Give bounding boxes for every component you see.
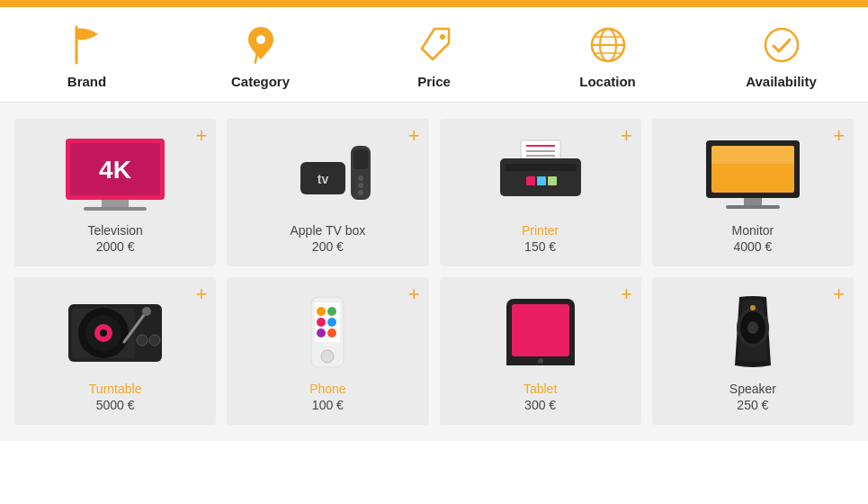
svg-point-50 bbox=[317, 318, 326, 327]
svg-rect-29 bbox=[537, 176, 546, 185]
card-title-monitor: Monitor bbox=[732, 223, 774, 238]
svg-point-9 bbox=[765, 29, 798, 61]
filter-location-label: Location bbox=[579, 74, 636, 89]
svg-text:4K: 4K bbox=[99, 156, 131, 184]
card-image-phone bbox=[269, 292, 386, 373]
svg-point-19 bbox=[358, 176, 363, 181]
svg-point-3 bbox=[440, 34, 445, 40]
card-plus-tablet[interactable]: + bbox=[621, 284, 632, 304]
filter-category-label: Category bbox=[231, 74, 290, 89]
svg-rect-56 bbox=[512, 304, 569, 356]
product-grid: + 4K Television 2000 € + tv bbox=[14, 119, 854, 425]
card-title-phone: Phone bbox=[309, 382, 345, 396]
card-price-monitor: 4000 € bbox=[733, 239, 772, 254]
card-plus-phone[interactable]: + bbox=[408, 284, 420, 304]
card-apple-tv-box[interactable]: + tv Apple TV box 200 € bbox=[227, 119, 428, 266]
svg-rect-13 bbox=[102, 200, 129, 207]
card-turntable[interactable]: + Turnta bbox=[14, 277, 216, 425]
card-price-phone: 100 € bbox=[312, 398, 344, 412]
flag-icon bbox=[66, 23, 109, 67]
svg-rect-18 bbox=[353, 149, 368, 169]
filter-bar: Brand Category Price bbox=[0, 7, 868, 103]
svg-point-62 bbox=[747, 321, 758, 334]
svg-rect-14 bbox=[84, 207, 147, 211]
globe-icon bbox=[586, 23, 630, 67]
check-circle-icon bbox=[760, 23, 803, 67]
grid-section: + 4K Television 2000 € + tv bbox=[0, 103, 868, 441]
filter-availability-label: Availability bbox=[746, 74, 817, 89]
svg-rect-34 bbox=[744, 198, 762, 205]
card-television[interactable]: + 4K Television 2000 € bbox=[14, 119, 216, 266]
svg-rect-30 bbox=[548, 176, 557, 185]
top-bar bbox=[0, 0, 868, 7]
pin-icon bbox=[239, 23, 282, 67]
card-phone[interactable]: + Phone 100 € bbox=[227, 277, 428, 425]
card-image-turntable bbox=[57, 292, 174, 373]
card-image-printer bbox=[482, 133, 599, 214]
card-plus-television[interactable]: + bbox=[195, 126, 207, 146]
card-printer[interactable]: + Printer 150 € bbox=[440, 119, 641, 266]
svg-point-44 bbox=[137, 335, 148, 346]
filter-brand-label: Brand bbox=[67, 74, 106, 89]
svg-point-52 bbox=[317, 328, 326, 338]
svg-point-53 bbox=[327, 328, 336, 338]
card-price-speaker: 250 € bbox=[737, 398, 768, 412]
card-image-apple-tv-box: tv bbox=[269, 133, 386, 214]
filter-location[interactable]: Location bbox=[554, 23, 662, 89]
svg-point-41 bbox=[100, 329, 107, 337]
card-image-television: 4K bbox=[57, 133, 174, 214]
svg-text:tv: tv bbox=[318, 172, 329, 186]
card-price-apple-tv-box: 200 € bbox=[312, 239, 344, 254]
filter-category[interactable]: Category bbox=[207, 23, 315, 89]
card-plus-monitor[interactable]: + bbox=[833, 126, 845, 146]
card-speaker[interactable]: + Speaker 250 € bbox=[652, 277, 854, 425]
svg-point-63 bbox=[750, 305, 756, 310]
card-title-apple-tv-box: Apple TV box bbox=[290, 223, 365, 238]
svg-point-59 bbox=[538, 358, 543, 364]
svg-point-54 bbox=[321, 350, 334, 363]
svg-rect-22 bbox=[521, 140, 560, 160]
svg-point-49 bbox=[327, 307, 336, 316]
filter-price[interactable]: Price bbox=[380, 23, 488, 89]
filter-brand[interactable]: Brand bbox=[33, 23, 141, 89]
svg-point-21 bbox=[358, 190, 363, 195]
card-tablet[interactable]: + Tablet 300 € bbox=[440, 277, 641, 425]
svg-point-51 bbox=[327, 318, 336, 327]
svg-rect-27 bbox=[505, 164, 577, 171]
card-image-monitor bbox=[694, 133, 811, 214]
card-price-printer: 150 € bbox=[524, 239, 556, 254]
card-title-tablet: Tablet bbox=[523, 382, 557, 396]
card-title-television: Television bbox=[87, 223, 142, 238]
card-plus-apple-tv-box[interactable]: + bbox=[408, 126, 420, 146]
card-price-tablet: 300 € bbox=[524, 398, 556, 412]
svg-rect-35 bbox=[726, 205, 780, 209]
tag-icon bbox=[413, 23, 456, 67]
card-plus-turntable[interactable]: + bbox=[195, 284, 207, 304]
svg-rect-33 bbox=[711, 146, 794, 164]
card-plus-speaker[interactable]: + bbox=[833, 284, 845, 304]
card-image-speaker bbox=[694, 292, 811, 373]
svg-point-1 bbox=[256, 35, 265, 44]
filter-price-label: Price bbox=[417, 74, 451, 89]
card-title-speaker: Speaker bbox=[729, 382, 776, 396]
svg-point-43 bbox=[142, 307, 151, 316]
card-price-television: 2000 € bbox=[96, 239, 135, 254]
svg-rect-28 bbox=[526, 176, 535, 185]
card-image-tablet bbox=[482, 292, 599, 373]
card-title-printer: Printer bbox=[522, 223, 559, 238]
card-price-turntable: 5000 € bbox=[96, 398, 135, 412]
card-title-turntable: Turntable bbox=[89, 382, 142, 396]
card-plus-printer[interactable]: + bbox=[621, 126, 632, 146]
filter-availability[interactable]: Availability bbox=[728, 23, 836, 89]
card-monitor[interactable]: + Monitor 4000 € bbox=[652, 119, 854, 266]
svg-point-20 bbox=[358, 183, 363, 188]
svg-point-48 bbox=[317, 307, 326, 316]
svg-point-45 bbox=[149, 335, 160, 346]
